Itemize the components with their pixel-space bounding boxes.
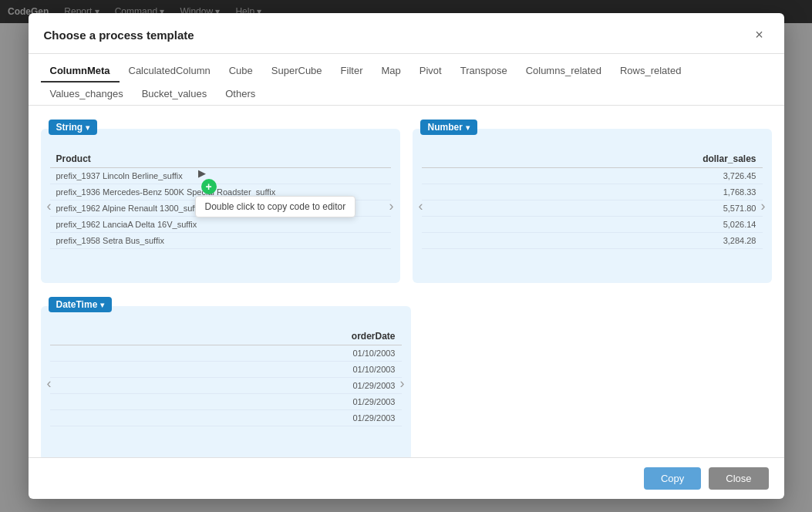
number-card-table: dollar_sales 3,726.45 1,768.33 5,571.80 … — [422, 150, 763, 249]
plus-icon: + — [201, 179, 217, 194]
modal-title: Choose a process template — [44, 29, 194, 42]
datetime-row-4: 01/29/2003 — [50, 410, 402, 426]
modal-overlay: Choose a process template × ColumnMeta C… — [0, 0, 812, 512]
close-button[interactable]: Close — [709, 467, 768, 490]
number-row-0: 3,726.45 — [422, 168, 763, 184]
string-badge-label: String — [56, 122, 83, 133]
datetime-row-1: 01/10/2003 — [50, 362, 402, 378]
tab-map[interactable]: Map — [372, 60, 409, 83]
modal-body: String ▾ ‹ › Product prefix_1937 Lincoln… — [29, 106, 784, 457]
table-row: 01/29/2003 — [50, 378, 402, 394]
modal-footer: Copy Close — [29, 457, 784, 499]
modal-container: Choose a process template × ColumnMeta C… — [29, 13, 784, 499]
tab-bucket-values[interactable]: Bucket_values — [133, 83, 217, 106]
number-badge-label: Number — [428, 122, 463, 133]
number-row-3: 5,026.14 — [422, 217, 763, 233]
tab-rows-related[interactable]: Rows_related — [611, 60, 691, 83]
datetime-row-3: 01/29/2003 — [50, 394, 402, 410]
string-row-4: prefix_1958 Setra Bus_suffix — [50, 233, 391, 249]
tab-cube[interactable]: Cube — [220, 60, 262, 83]
table-row: 5,571.80 — [422, 200, 763, 217]
bottom-cards-row: DateTime ▾ ‹ › orderDate 01/10/2003 — [41, 295, 772, 457]
table-row: 3,284.28 — [422, 233, 763, 249]
tabs-row-2: Values_changes Bucket_values Others — [41, 83, 772, 105]
modal-tabs: ColumnMeta CalculatedColumn Cube SuperCu… — [29, 54, 784, 106]
tab-transpose[interactable]: Transpose — [451, 60, 517, 83]
tooltip-container: ▶ + Double click to copy code to editor — [195, 167, 356, 217]
datetime-card-table: orderDate 01/10/2003 01/10/2003 01/29/20… — [50, 328, 402, 426]
datetime-badge-arrow: ▾ — [100, 301, 104, 309]
table-row: 01/10/2003 — [50, 362, 402, 378]
datetime-card-nav-left[interactable]: ‹ — [42, 372, 56, 395]
tab-calculatedcolumn[interactable]: CalculatedColumn — [120, 60, 220, 83]
number-row-1: 1,768.33 — [422, 184, 763, 200]
top-cards-row: String ▾ ‹ › Product prefix_1937 Lincoln… — [41, 118, 772, 283]
tooltip-text: Double click to copy code to editor — [195, 196, 356, 217]
number-row-4: 3,284.28 — [422, 233, 763, 249]
number-card-nav-right[interactable]: › — [756, 195, 770, 217]
string-row-3: prefix_1962 LanciaA Delta 16V_suffix — [50, 217, 391, 233]
string-card-nav-left[interactable]: ‹ — [42, 195, 56, 217]
tab-values-changes[interactable]: Values_changes — [41, 83, 133, 106]
datetime-card[interactable]: DateTime ▾ ‹ › orderDate 01/10/2003 — [41, 306, 411, 457]
tab-columns-related[interactable]: Columns_related — [517, 60, 611, 83]
tab-pivot[interactable]: Pivot — [410, 60, 451, 83]
number-badge-arrow: ▾ — [466, 123, 470, 132]
table-row: 01/29/2003 — [50, 394, 402, 410]
string-badge[interactable]: String ▾ — [49, 120, 98, 135]
number-card-nav-left[interactable]: ‹ — [414, 195, 428, 217]
copy-button[interactable]: Copy — [644, 467, 701, 490]
number-badge[interactable]: Number ▾ — [420, 120, 477, 135]
modal-header: Choose a process template × — [29, 13, 784, 54]
table-row: prefix_1962 LanciaA Delta 16V_suffix — [50, 217, 391, 233]
tab-filter[interactable]: Filter — [332, 60, 372, 83]
datetime-badge[interactable]: DateTime ▾ — [49, 297, 113, 312]
table-row: 01/29/2003 — [50, 410, 402, 426]
datetime-col-header: orderDate — [50, 328, 402, 345]
number-card[interactable]: Number ▾ ‹ › dollar_sales 3,726.45 — [413, 129, 772, 283]
tab-supercube[interactable]: SuperCube — [262, 60, 332, 83]
datetime-card-nav-right[interactable]: › — [396, 372, 409, 395]
string-card[interactable]: String ▾ ‹ › Product prefix_1937 Lincoln… — [41, 129, 400, 283]
table-row: 1,768.33 — [422, 184, 763, 200]
tab-others[interactable]: Others — [216, 83, 264, 106]
number-col-header: dollar_sales — [422, 150, 763, 168]
datetime-row-0: 01/10/2003 — [50, 345, 402, 362]
table-row: prefix_1958 Setra Bus_suffix — [50, 233, 391, 249]
tab-columnmeta[interactable]: ColumnMeta — [41, 60, 120, 83]
string-card-nav-right[interactable]: › — [385, 195, 399, 217]
table-row: 5,026.14 — [422, 217, 763, 233]
tabs-row-1: ColumnMeta CalculatedColumn Cube SuperCu… — [41, 60, 772, 82]
string-col-header: Product — [50, 150, 391, 168]
number-row-2: 5,571.80 — [422, 200, 763, 217]
datetime-row-2: 01/29/2003 — [50, 378, 402, 394]
table-row: 01/10/2003 — [50, 345, 402, 362]
datetime-badge-label: DateTime — [56, 299, 98, 310]
string-badge-arrow: ▾ — [86, 123, 89, 132]
table-row: 3,726.45 — [422, 168, 763, 184]
modal-close-icon-btn[interactable]: × — [750, 25, 769, 44]
